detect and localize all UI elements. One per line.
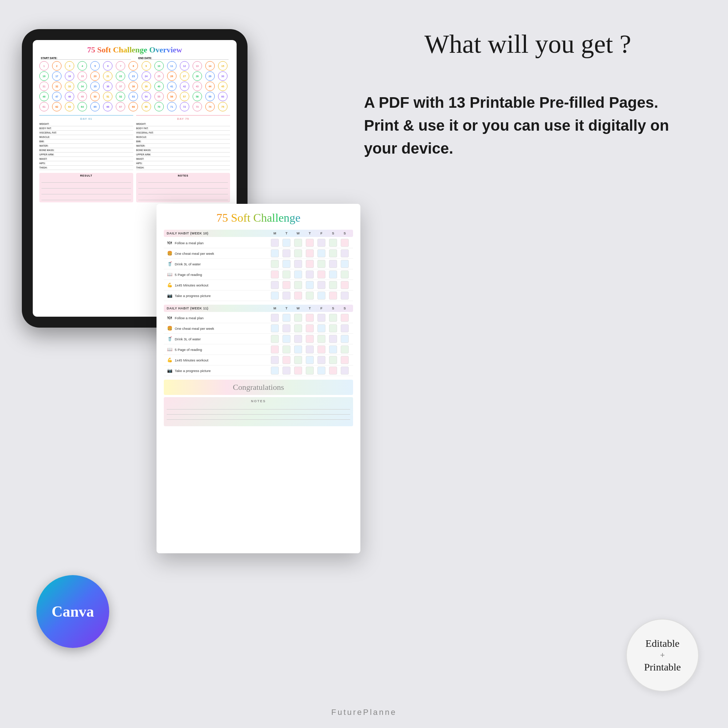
habit-checkbox[interactable] <box>317 356 326 364</box>
habit-name: 1x45 Minutes workout <box>175 283 270 287</box>
habit-checkbox[interactable] <box>271 249 279 257</box>
habit-checkbox[interactable] <box>306 356 314 364</box>
habit-checkbox[interactable] <box>317 346 326 353</box>
habit-checkbox[interactable] <box>329 249 337 257</box>
habit-checkbox[interactable] <box>306 281 314 289</box>
habit-checkbox[interactable] <box>341 281 349 289</box>
habit-checkbox[interactable] <box>271 335 279 343</box>
habit-checkbox[interactable] <box>283 260 291 268</box>
habit-checkbox[interactable] <box>294 356 302 364</box>
habit-checkbox[interactable] <box>317 335 326 343</box>
habit-checkbox[interactable] <box>341 239 349 247</box>
habit-checkbox[interactable] <box>317 281 326 289</box>
habit-checkbox[interactable] <box>341 356 349 364</box>
habit-checkbox[interactable] <box>317 271 326 278</box>
habit-checkbox[interactable] <box>294 292 302 300</box>
habit-checkbox[interactable] <box>329 292 337 300</box>
habit-checkbox[interactable] <box>294 335 302 343</box>
habit-checkbox[interactable] <box>317 249 326 257</box>
habit-checkbox[interactable] <box>317 314 326 322</box>
habit-checkbox[interactable] <box>271 239 279 247</box>
habit-checkbox[interactable] <box>329 239 337 247</box>
habit-checkbox[interactable] <box>329 324 337 332</box>
habit-icon: 📖 <box>165 272 174 277</box>
habit-checkbox[interactable] <box>306 292 314 300</box>
habit-checkbox[interactable] <box>283 356 291 364</box>
habit-checkbox[interactable] <box>306 271 314 278</box>
week11-header: DAILY HABIT (WEEK 11) M T W T F S S <box>164 305 353 312</box>
habit-checkbox[interactable] <box>271 260 279 268</box>
habit-checkbox[interactable] <box>341 260 349 268</box>
habit-checkbox[interactable] <box>306 249 314 257</box>
habit-row: 🍔One cheat meal per week <box>164 323 353 334</box>
habit-checkbox[interactable] <box>306 239 314 247</box>
habit-icon: 🍔 <box>165 326 174 331</box>
habit-row: 📷Take a progress picture <box>164 366 353 376</box>
habit-checkbox[interactable] <box>341 367 349 375</box>
habit-checkbox[interactable] <box>329 356 337 364</box>
habit-checkbox[interactable] <box>306 260 314 268</box>
habit-icon: 🥤 <box>165 262 174 266</box>
habit-checkbox[interactable] <box>317 292 326 300</box>
printable-label: Printable <box>644 660 681 674</box>
habit-checkbox[interactable] <box>329 271 337 278</box>
habit-checkbox[interactable] <box>329 335 337 343</box>
habit-checkbox[interactable] <box>283 249 291 257</box>
habit-checkbox[interactable] <box>317 324 326 332</box>
habit-checkbox[interactable] <box>317 367 326 375</box>
habit-name: 5 Page of reading <box>175 273 270 277</box>
habit-icon: 💪 <box>165 358 174 362</box>
notes-section: NOTES <box>164 397 353 426</box>
habit-checkbox[interactable] <box>283 292 291 300</box>
habit-checkbox[interactable] <box>341 292 349 300</box>
habit-checkbox[interactable] <box>306 335 314 343</box>
habit-checkbox[interactable] <box>271 281 279 289</box>
habit-checkbox[interactable] <box>294 260 302 268</box>
habit-checkbox[interactable] <box>283 324 291 332</box>
habit-checkbox[interactable] <box>294 281 302 289</box>
habit-checkbox[interactable] <box>294 271 302 278</box>
habit-checkbox[interactable] <box>294 346 302 353</box>
habit-checkbox[interactable] <box>271 346 279 353</box>
habit-checkbox[interactable] <box>283 281 291 289</box>
habit-checkbox[interactable] <box>341 314 349 322</box>
habit-checkbox[interactable] <box>329 367 337 375</box>
habit-checkbox[interactable] <box>341 271 349 278</box>
habit-checkbox[interactable] <box>317 239 326 247</box>
habit-checkbox[interactable] <box>283 335 291 343</box>
habit-name: Follow a meal plan <box>175 316 270 320</box>
habit-checkbox[interactable] <box>283 314 291 322</box>
habit-checkbox[interactable] <box>271 271 279 278</box>
habit-checkbox[interactable] <box>271 314 279 322</box>
habit-checkbox[interactable] <box>341 249 349 257</box>
habit-checkbox[interactable] <box>283 239 291 247</box>
habit-checkbox[interactable] <box>317 260 326 268</box>
habit-checkbox[interactable] <box>329 346 337 353</box>
notes-label: NOTES <box>138 174 228 177</box>
habit-checkbox[interactable] <box>306 367 314 375</box>
habit-checkbox[interactable] <box>294 314 302 322</box>
habit-checkbox[interactable] <box>329 281 337 289</box>
habit-checkbox[interactable] <box>283 367 291 375</box>
habit-checkbox[interactable] <box>341 346 349 353</box>
page-description: A PDF with 13 Printable Pre-filled Pages… <box>364 91 677 160</box>
habit-checkbox[interactable] <box>271 367 279 375</box>
habit-checkbox[interactable] <box>271 324 279 332</box>
habit-checkbox[interactable] <box>294 367 302 375</box>
canva-badge: Canva <box>37 575 109 648</box>
habit-checkbox[interactable] <box>341 335 349 343</box>
habit-checkbox[interactable] <box>283 346 291 353</box>
habit-checkbox[interactable] <box>271 356 279 364</box>
habit-checkbox[interactable] <box>306 314 314 322</box>
habit-checkbox[interactable] <box>306 324 314 332</box>
habit-checkbox[interactable] <box>329 314 337 322</box>
habit-checkbox[interactable] <box>341 324 349 332</box>
habit-checkbox[interactable] <box>294 239 302 247</box>
habit-checkbox[interactable] <box>283 271 291 278</box>
habit-checkbox[interactable] <box>306 346 314 353</box>
habit-checkbox[interactable] <box>294 249 302 257</box>
habit-checkbox[interactable] <box>329 260 337 268</box>
habit-checkbox[interactable] <box>294 324 302 332</box>
habit-row: 🍽Follow a meal plan <box>164 238 353 248</box>
habit-checkbox[interactable] <box>271 292 279 300</box>
